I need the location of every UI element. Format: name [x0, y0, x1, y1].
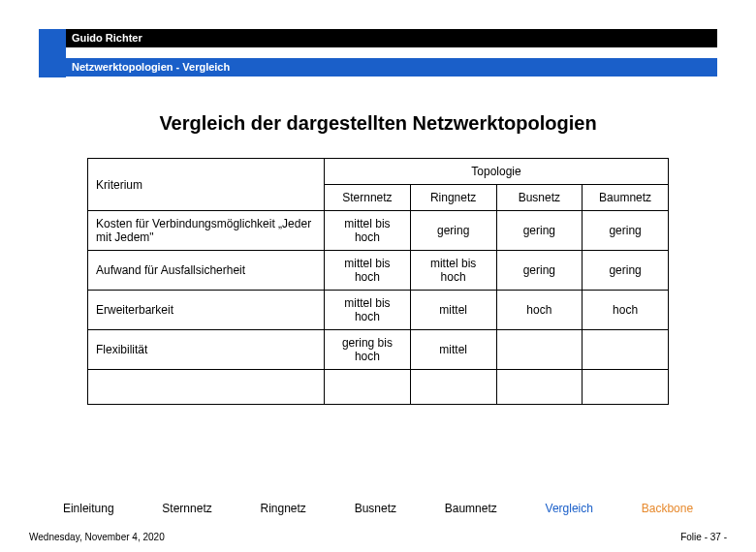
- value-cell: [583, 370, 669, 405]
- col-baumnetz: Baumnetz: [583, 185, 669, 211]
- value-cell: mittel: [410, 330, 496, 370]
- table-row: Flexibilität gering bis hoch mittel: [88, 330, 669, 370]
- value-cell: mittel: [410, 291, 496, 330]
- nav-vergleich[interactable]: Vergleich: [546, 502, 593, 515]
- criterion-cell: Aufwand für Ausfallsicherheit: [88, 251, 325, 291]
- nav-sternnetz[interactable]: Sternnetz: [162, 502, 211, 515]
- page-prefix: Folie -: [680, 532, 710, 542]
- value-cell: mittel bis hoch: [410, 251, 496, 291]
- table-row: Aufwand für Ausfallsicherheit mittel bis…: [88, 251, 669, 291]
- value-cell: [496, 330, 583, 370]
- table-row: Kosten für Verbindungsmöglichkeit „Jeder…: [88, 211, 669, 251]
- col-busnetz: Busnetz: [496, 185, 583, 211]
- nav-baumnetz[interactable]: Baumnetz: [445, 502, 497, 515]
- page-suffix: -: [721, 532, 727, 542]
- value-cell: hoch: [496, 291, 583, 330]
- section-nav: Einleitung Sternnetz Ringnetz Busnetz Ba…: [0, 502, 756, 515]
- footer-page: Folie - 37 -: [680, 532, 727, 542]
- criterion-cell: [88, 370, 325, 405]
- value-cell: gering: [496, 211, 583, 251]
- page-number: 37: [710, 532, 721, 542]
- nav-backbone[interactable]: Backbone: [642, 502, 693, 515]
- topic-bar: Netzwerktopologien - Vergleich: [66, 58, 717, 77]
- col-ringnetz: Ringnetz: [410, 185, 496, 211]
- value-cell: gering: [583, 211, 669, 251]
- value-cell: [496, 370, 583, 405]
- value-cell: gering bis hoch: [325, 330, 411, 370]
- value-cell: gering: [496, 251, 583, 291]
- value-cell: gering: [583, 251, 669, 291]
- value-cell: [325, 370, 411, 405]
- footer-date: Wednesday, November 4, 2020: [29, 532, 165, 542]
- criterion-header: Kriterium: [88, 159, 325, 211]
- value-cell: mittel bis hoch: [325, 211, 411, 251]
- topology-header: Topologie: [325, 159, 669, 185]
- table-row: Erweiterbarkeit mittel bis hoch mittel h…: [88, 291, 669, 330]
- value-cell: gering: [410, 211, 496, 251]
- value-cell: mittel bis hoch: [325, 291, 411, 330]
- value-cell: [583, 330, 669, 370]
- criterion-cell: Flexibilität: [88, 330, 325, 370]
- slide-header: Guido Richter Netzwerktopologien - Vergl…: [0, 0, 756, 77]
- value-cell: mittel bis hoch: [325, 251, 411, 291]
- table-row-empty: [88, 370, 669, 405]
- criterion-cell: Erweiterbarkeit: [88, 291, 325, 330]
- nav-ringnetz[interactable]: Ringnetz: [261, 502, 306, 515]
- slide-title: Vergleich der dargestellten Netzwerktopo…: [0, 112, 756, 135]
- author-bar: Guido Richter: [66, 29, 717, 47]
- value-cell: [410, 370, 496, 405]
- comparison-table: Kriterium Topologie Sternnetz Ringnetz B…: [87, 158, 669, 405]
- nav-einleitung[interactable]: Einleitung: [63, 502, 114, 515]
- nav-busnetz[interactable]: Busnetz: [355, 502, 396, 515]
- criterion-cell: Kosten für Verbindungsmöglichkeit „Jeder…: [88, 211, 325, 251]
- col-sternnetz: Sternnetz: [325, 185, 411, 211]
- value-cell: hoch: [583, 291, 669, 330]
- comparison-table-wrap: Kriterium Topologie Sternnetz Ringnetz B…: [87, 158, 669, 405]
- header-accent-box: [39, 29, 66, 77]
